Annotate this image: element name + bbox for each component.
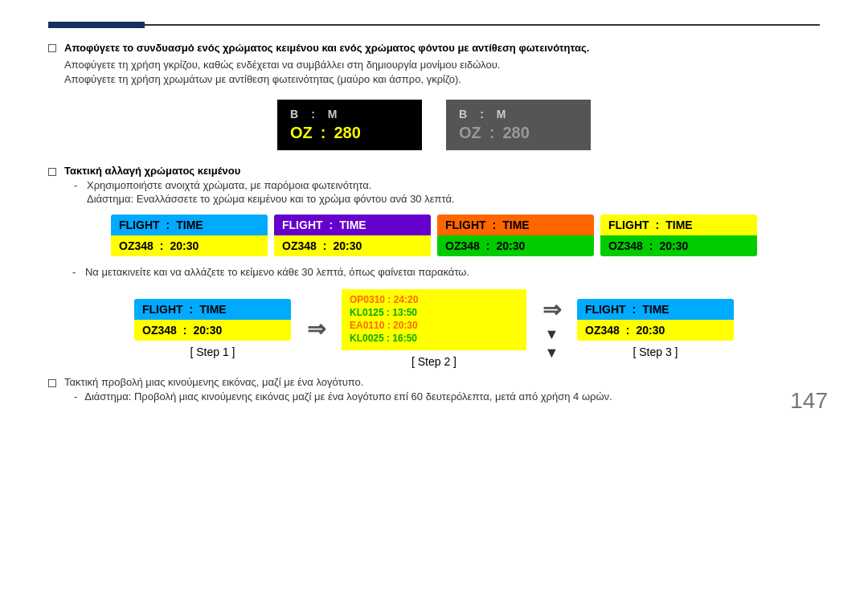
dark-box-black: B : M OZ : 280 (277, 100, 422, 150)
arrow-2-group: ⇒ ▼ ▼ (542, 296, 561, 362)
fd-purple-bottom: OZ348 : 20:30 (274, 235, 431, 256)
fd-blue-bottom: OZ348 : 20:30 (111, 235, 268, 256)
step3-time: TIME (642, 303, 669, 316)
moving-note-text: - Διάστημα: Προβολή μιας κινούμενης εικό… (74, 390, 612, 403)
fd-orange-time-val: 20:30 (496, 239, 525, 252)
fd-yellow-bottom: OZ348 : 20:30 (600, 235, 757, 256)
fd-blue-time: TIME (176, 219, 203, 231)
fd-blue-time-val: 20:30 (170, 239, 199, 252)
fd-blue-top: FLIGHT : TIME (111, 215, 268, 235)
step1-flight-display: FLIGHT : TIME OZ348 : 20:30 (134, 299, 291, 341)
fd-purple-time: TIME (339, 219, 366, 231)
step3-top: FLIGHT : TIME (577, 299, 734, 320)
fd-orange-top: FLIGHT : TIME (437, 215, 594, 235)
bullet-icon-1 (48, 44, 56, 52)
gray-top-m: M (497, 108, 506, 121)
arrow-1: ⇒ (307, 316, 326, 342)
fd-yellow-code: OZ348 (608, 239, 643, 252)
dark-top-m: M (328, 108, 338, 121)
step1-flight: FLIGHT (142, 303, 183, 316)
flight-display-orange: FLIGHT : TIME OZ348 : 20:30 (437, 215, 594, 256)
step3-bottom: OZ348 : 20:30 (577, 320, 734, 341)
warning-bold: Αποφύγετε το συνδυασμό ενός χρώματος κει… (64, 42, 589, 54)
warning-text-1: Αποφύγετε τη χρήση γκρίζου, καθώς ενδέχε… (64, 59, 820, 71)
arrow-down-group: ▼ ▼ (545, 326, 559, 362)
step3-code: OZ348 (585, 324, 620, 337)
step-note: - Να μετακινείτε και να αλλάζετε το κείμ… (72, 266, 820, 278)
warning-section: Αποφύγετε το συνδυασμό ενός χρώματος κει… (48, 42, 820, 85)
colored-boxes-row: FLIGHT : TIME OZ348 : 20:30 FLIGHT : TIM… (48, 215, 820, 256)
fd-purple-time-val: 20:30 (333, 239, 362, 252)
dark-boxes-row: B : M OZ : 280 B : M OZ : 280 (48, 100, 820, 150)
fd-purple-code: OZ348 (282, 239, 317, 252)
fd-orange-code: OZ348 (445, 239, 480, 252)
step2-scroll-display: OP0310 : 24:20 KL0125 : 13:50 EA0110 : 2… (342, 289, 526, 350)
bullet-item-1: Αποφύγετε το συνδυασμό ενός χρώματος κει… (48, 42, 820, 54)
fd-purple-top: FLIGHT : TIME (274, 215, 431, 235)
page-number: 147 (790, 388, 828, 414)
dark-bottom-oz: OZ (290, 124, 313, 142)
moving-image-bullet: Τακτική προβολή μιας κινούμενης εικόνας,… (48, 376, 820, 403)
gray-top-b: B (459, 108, 467, 121)
arrow-down-2: ▼ (545, 345, 559, 362)
arrow-right-1: ⇒ (307, 316, 326, 342)
steps-row: FLIGHT : TIME OZ348 : 20:30 [ Step 1 ] ⇒… (48, 289, 820, 368)
fd-orange-time: TIME (502, 219, 529, 231)
step3-time-val: 20:30 (636, 324, 665, 337)
rotation-section: Τακτική αλλαγή χρώματος κειμένου - Χρησι… (48, 165, 820, 205)
rotation-sub1: - Χρησιμοποιήστε ανοιχτά χρώματα, με παρ… (74, 179, 455, 191)
bullet-icon-rotation (48, 168, 56, 176)
step1-label: [ Step 1 ] (190, 345, 235, 358)
rotation-title: Τακτική αλλαγή χρώματος κειμένου (64, 165, 455, 177)
flight-display-purple: FLIGHT : TIME OZ348 : 20:30 (274, 215, 431, 256)
top-divider (48, 24, 820, 26)
fd-yellow-time: TIME (665, 219, 692, 231)
dark-top-b: B (290, 108, 298, 121)
bullet-icon-moving (48, 379, 56, 387)
fd-orange-bottom: OZ348 : 20:30 (437, 235, 594, 256)
step-3-box: FLIGHT : TIME OZ348 : 20:30 [ Step 3 ] (577, 299, 734, 358)
dark-box-black-top: B : M (290, 108, 409, 121)
fd-blue-flight: FLIGHT (119, 219, 160, 231)
arrow-right-2: ⇒ (542, 296, 561, 323)
step1-bottom: OZ348 : 20:30 (134, 320, 291, 341)
dark-box-black-bottom: OZ : 280 (290, 124, 409, 142)
dark-box-gray: B : M OZ : 280 (446, 100, 591, 150)
step2-label: [ Step 2 ] (411, 355, 457, 368)
gray-bottom-value: 280 (502, 124, 529, 142)
rotation-sub2: Διάστημα: Εναλλάσσετε το χρώμα κειμένου … (87, 193, 455, 205)
gray-bottom-oz: OZ (459, 124, 481, 142)
fd-orange-flight: FLIGHT (445, 219, 486, 231)
dark-bottom-value: 280 (334, 124, 360, 142)
step1-time: TIME (199, 303, 226, 316)
dark-box-gray-bottom: OZ : 280 (459, 124, 578, 142)
scroll-row-3: EA0110 : 20:30 (350, 320, 518, 331)
scroll-row-4: KL0025 : 16:50 (350, 333, 518, 344)
scroll-row-2: KL0125 : 13:50 (350, 307, 518, 318)
step1-code: OZ348 (142, 324, 177, 337)
step-1-box: FLIGHT : TIME OZ348 : 20:30 [ Step 1 ] (134, 299, 291, 358)
step1-time-val: 20:30 (193, 324, 222, 337)
moving-bullet-text: Τακτική προβολή μιας κινούμενης εικόνας,… (64, 376, 612, 388)
flight-display-blue: FLIGHT : TIME OZ348 : 20:30 (111, 215, 268, 256)
step3-flight-display: FLIGHT : TIME OZ348 : 20:30 (577, 299, 734, 341)
fd-purple-flight: FLIGHT (282, 219, 323, 231)
step3-flight: FLIGHT (585, 303, 626, 316)
fd-blue-code: OZ348 (119, 239, 154, 252)
arrow-down-1: ▼ (545, 326, 559, 343)
step-2-box: OP0310 : 24:20 KL0125 : 13:50 EA0110 : 2… (342, 289, 526, 368)
step3-label: [ Step 3 ] (633, 345, 678, 358)
moving-image-section: Τακτική προβολή μιας κινούμενης εικόνας,… (48, 376, 820, 403)
fd-yellow-flight: FLIGHT (608, 219, 649, 231)
fd-yellow-time-val: 20:30 (659, 239, 688, 252)
warning-text-2: Αποφύγετε τη χρήση χρωμάτων με αντίθεση … (64, 73, 820, 85)
dark-box-gray-top: B : M (459, 108, 578, 121)
flight-display-yellow: FLIGHT : TIME OZ348 : 20:30 (600, 215, 757, 256)
fd-yellow-top: FLIGHT : TIME (600, 215, 757, 235)
scroll-row-1: OP0310 : 24:20 (350, 294, 518, 305)
step1-top: FLIGHT : TIME (134, 299, 291, 320)
